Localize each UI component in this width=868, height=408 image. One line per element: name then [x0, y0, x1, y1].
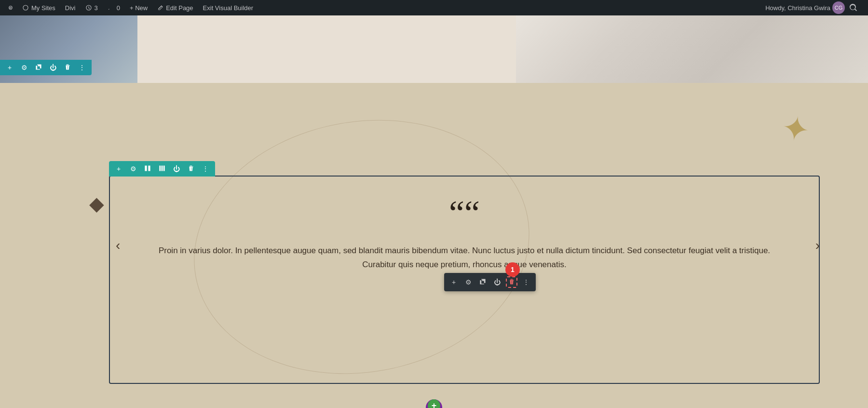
gear-icon: ⚙ [130, 165, 136, 173]
section-delete-button[interactable] [62, 62, 73, 73]
next-arrow[interactable]: › [815, 238, 820, 253]
svg-rect-0 [145, 165, 147, 171]
wp-logo[interactable] [4, 1, 17, 14]
quote-marks: ““ [449, 196, 480, 231]
trash-icon [508, 278, 515, 286]
exit-vb-button[interactable]: Exit Visual Builder [198, 0, 258, 15]
hero-right-image [516, 15, 868, 83]
avatar[interactable]: CG [832, 1, 845, 14]
row-delete-button[interactable] [185, 163, 197, 175]
columns-icon [144, 165, 151, 173]
module-toolbar: + ⚙ ⏻ ⋮ [444, 273, 536, 291]
add-icon: + [8, 64, 12, 71]
testimonial-module: 1 + ⚙ ⏻ [109, 176, 820, 384]
main-content: ✦ ◆ + ⚙ ⏻ [0, 83, 868, 408]
page-wrapper: + ⚙ ⏻ ⋮ ✦ ◆ + [0, 0, 868, 408]
add-icon: + [452, 278, 456, 286]
prev-arrow[interactable]: ‹ [116, 238, 120, 253]
hero-section [0, 15, 868, 83]
edit-page-button[interactable]: Edit Page [152, 0, 198, 15]
exit-vb-label: Exit Visual Builder [203, 4, 254, 12]
chevron-left-icon: ‹ [116, 238, 120, 253]
svg-rect-4 [163, 165, 165, 171]
revisions-menu[interactable]: 3 [81, 0, 103, 15]
trash-icon [188, 165, 194, 173]
divi-menu[interactable]: Divi [60, 0, 81, 15]
chevron-right-icon: › [815, 238, 820, 253]
section-more-button[interactable]: ⋮ [76, 62, 88, 73]
copy-icon [35, 64, 42, 72]
section-settings-button[interactable]: ⚙ [18, 62, 30, 73]
more-icon: ⋮ [202, 165, 209, 173]
gear-icon: ⚙ [21, 64, 27, 71]
module-settings-button[interactable]: ⚙ [462, 276, 474, 288]
columns2-icon [159, 165, 165, 173]
my-sites-menu[interactable]: My Sites [17, 0, 60, 15]
gear-icon: ⚙ [465, 278, 472, 286]
star-decoration-dark: ◆ [89, 194, 104, 213]
power-icon: ⏻ [494, 278, 501, 286]
row-more-button[interactable]: ⋮ [200, 163, 211, 175]
module-add-button[interactable]: + [448, 276, 460, 288]
new-label: + New [130, 4, 148, 12]
section-toolbar: + ⚙ ⏻ ⋮ [0, 60, 92, 75]
section-add-button[interactable]: + [4, 62, 15, 73]
power-icon: ⏻ [173, 165, 180, 173]
comments-menu[interactable]: 0 [103, 0, 125, 15]
svg-rect-2 [159, 165, 161, 171]
row-toolbar: + ⚙ ⏻ [109, 161, 215, 177]
row-cols2-button[interactable] [156, 163, 168, 175]
revision-count: 3 [95, 4, 98, 12]
svg-rect-3 [162, 165, 163, 171]
row-add-button[interactable]: + [113, 163, 124, 175]
more-icon: ⋮ [523, 278, 529, 286]
module-badge: 1 [505, 262, 520, 277]
my-sites-label: My Sites [31, 4, 55, 12]
section-power-button[interactable]: ⏻ [47, 62, 59, 73]
section-copy-button[interactable] [33, 62, 44, 73]
module-power-button[interactable]: ⏻ [491, 276, 503, 288]
trash-icon [64, 64, 71, 72]
more-icon: ⋮ [79, 64, 85, 71]
new-content-menu[interactable]: + New [125, 0, 152, 15]
row-power-button[interactable]: ⏻ [171, 163, 182, 175]
howdy-text: Howdy, Christina Gwira [765, 4, 830, 12]
open-quotes: ““ [449, 194, 480, 232]
module-more-button[interactable]: ⋮ [520, 276, 532, 288]
add-icon: + [117, 165, 121, 173]
copy-icon [479, 278, 486, 286]
testimonial-body: Proin in varius dolor. In pellentesque a… [158, 244, 771, 272]
admin-bar: My Sites Divi 3 0 + New Edit Page Exit V… [0, 0, 868, 15]
comments-count: 0 [117, 4, 120, 12]
search-icon[interactable] [847, 1, 860, 14]
row-cols-button[interactable] [142, 163, 153, 175]
divi-label: Divi [65, 4, 76, 12]
module-delete-button[interactable] [506, 276, 517, 288]
user-info: Howdy, Christina Gwira CG [765, 1, 864, 14]
power-icon: ⏻ [50, 64, 56, 71]
svg-rect-1 [148, 165, 150, 171]
row-settings-button[interactable]: ⚙ [127, 163, 139, 175]
module-copy-button[interactable] [477, 276, 488, 288]
edit-page-label: Edit Page [166, 4, 193, 12]
star-decoration-gold: ✦ [779, 109, 813, 148]
badge-number: 1 [511, 266, 515, 273]
